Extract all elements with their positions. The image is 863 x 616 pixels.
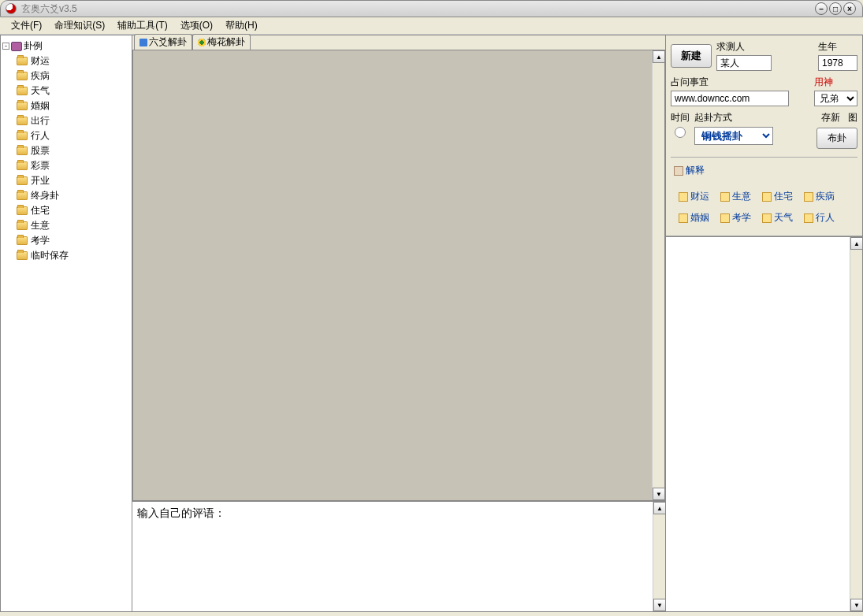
method-label: 起卦方式 [694,111,773,124]
tree-item-tianqi[interactable]: 天气 [17,83,130,98]
folder-icon [17,87,28,95]
link-xingren[interactable]: 行人 [804,211,835,225]
tree-item-xingren[interactable]: 行人 [17,128,130,143]
folder-icon [17,176,28,185]
menu-file[interactable]: 文件(F) [6,17,46,34]
menu-options[interactable]: 选项(O) [176,17,218,34]
new-button[interactable]: 新建 [671,44,712,68]
link-explain[interactable]: 解释 [671,162,857,179]
save-label[interactable]: 存新 [821,111,840,124]
tree-item-chuxing[interactable]: 出行 [17,113,130,128]
scroll-up-button[interactable]: ▲ [653,502,666,514]
output-scrollbar[interactable]: ▲ ▼ [850,237,862,611]
close-button[interactable]: × [843,2,856,15]
collapse-icon[interactable]: - [2,43,9,50]
link-tianqi[interactable]: 天气 [762,211,793,225]
book-icon [11,42,22,51]
titlebar: 玄奥六爻v3.5 – □ × [0,0,863,17]
folder-icon [17,132,28,140]
subject-input[interactable] [671,91,789,106]
right-output: ▲ ▼ [666,236,862,611]
method-select[interactable]: 铜钱摇卦 [694,127,773,145]
folder-icon [17,102,28,110]
tree-item-caiyun[interactable]: 财运 [17,54,130,69]
menu-tools[interactable]: 辅助工具(T) [113,17,172,34]
note-icon [720,213,730,223]
subject-label: 占问事宜 [671,76,809,89]
folder-icon [17,117,28,125]
menu-knowledge[interactable]: 命理知识(S) [50,17,110,34]
note-icon [804,213,813,223]
note-icon [679,192,688,202]
tree-item-caipiao[interactable]: 彩票 [17,158,130,173]
tree-item-kaiye[interactable]: 开业 [17,173,130,188]
folder-icon [17,221,28,230]
note-icon [762,192,772,202]
tabs: 六爻解卦 梅花解卦 [132,35,665,50]
app-icon [6,3,17,14]
yongshen-select[interactable]: 兄弟 [814,91,857,106]
comment-area[interactable]: 输入自己的评语： ▲ ▼ [132,501,665,611]
scroll-up-button[interactable]: ▲ [850,237,863,250]
folder-icon [17,57,28,65]
year-label: 生年 [818,40,857,54]
tree-item-linshibaocun[interactable]: 临时保存 [17,248,130,263]
note-icon [720,192,730,202]
menu-help[interactable]: 帮助(H) [221,17,262,34]
year-input[interactable] [818,55,857,71]
bugua-button[interactable]: 布卦 [817,128,857,149]
maximize-button[interactable]: □ [829,2,842,15]
tab-meihua[interactable]: 梅花解卦 [192,34,251,50]
scroll-down-button[interactable]: ▼ [653,488,665,500]
note-icon [804,192,813,202]
tu-label[interactable]: 图 [848,111,857,124]
folder-icon [17,72,28,80]
tree-children: 财运 疾病 天气 婚姻 出行 行人 股票 彩票 开业 终身卦 住宅 生意 考学 … [17,54,130,263]
center-panel: 六爻解卦 梅花解卦 ▲ ▼ 输入自己的评语： ▲ ▼ [132,35,666,612]
person-label: 求测人 [716,40,813,54]
tree-item-shengyi[interactable]: 生意 [17,218,130,233]
vertical-scrollbar[interactable]: ▲ ▼ [652,50,664,500]
folder-icon [17,147,28,155]
scroll-up-button[interactable]: ▲ [653,50,665,63]
yongshen-label: 用神 [814,76,857,89]
main-area: - 卦例 财运 疾病 天气 婚姻 出行 行人 股票 彩票 开业 终身卦 住宅 生… [0,35,863,612]
comment-scrollbar[interactable]: ▲ ▼ [653,502,665,611]
note-icon [762,213,772,223]
form-panel: 新建 求测人 生年 占问事宜 [666,35,862,236]
note-icon [674,166,683,176]
tab-icon [198,39,206,46]
link-jibing[interactable]: 疾病 [804,190,835,203]
link-shengyi[interactable]: 生意 [720,190,751,203]
tree-root[interactable]: - 卦例 [2,39,130,54]
links-row-1: 财运 生意 住宅 疾病 婚姻 考学 天气 行人 [671,184,857,231]
tree-item-zhongshengua[interactable]: 终身卦 [17,188,130,203]
folder-icon [17,251,28,260]
time-label: 时间 [671,111,690,124]
clock-icon[interactable] [675,127,686,138]
tree-item-gupiao[interactable]: 股票 [17,143,130,158]
note-icon [679,213,688,223]
link-caiyun[interactable]: 财运 [679,190,709,203]
tree-item-hunyin[interactable]: 婚姻 [17,98,130,113]
right-panel: 新建 求测人 生年 占问事宜 [666,35,863,612]
canvas-area: ▲ ▼ [132,50,665,501]
tree-item-zhuzhai[interactable]: 住宅 [17,203,130,218]
tab-liuyao[interactable]: 六爻解卦 [134,34,192,50]
menubar: 文件(F) 命理知识(S) 辅助工具(T) 选项(O) 帮助(H) [0,17,863,35]
scroll-down-button[interactable]: ▼ [850,599,863,611]
comment-prompt: 输入自己的评语： [137,507,225,519]
tree-item-jibing[interactable]: 疾病 [17,69,130,83]
person-input[interactable] [716,55,772,71]
tree-panel: - 卦例 财运 疾病 天气 婚姻 出行 行人 股票 彩票 开业 终身卦 住宅 生… [0,35,132,612]
window-title: 玄奥六爻v3.5 [21,2,77,16]
tree-item-kaoxue[interactable]: 考学 [17,233,130,248]
tab-icon [139,39,147,46]
minimize-button[interactable]: – [815,2,828,15]
link-hunyin[interactable]: 婚姻 [679,211,709,225]
scroll-down-button[interactable]: ▼ [653,599,666,611]
folder-icon [17,206,28,215]
link-kaoxue[interactable]: 考学 [720,211,751,225]
folder-icon [17,161,28,170]
link-zhuzhai[interactable]: 住宅 [762,190,793,203]
